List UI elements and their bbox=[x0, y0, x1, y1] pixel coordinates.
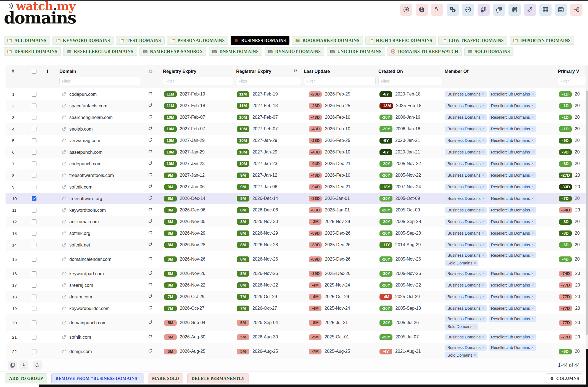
remove-tag-icon[interactable]: × bbox=[532, 316, 534, 321]
row-checkbox[interactable] bbox=[32, 104, 36, 108]
row-refresh-icon[interactable] bbox=[141, 207, 160, 213]
domain-link[interactable]: keywordtools.com bbox=[57, 208, 141, 213]
remove-tag-icon[interactable]: × bbox=[532, 126, 534, 131]
domain-link[interactable]: domaincalendar.com bbox=[57, 257, 141, 262]
row-checkbox[interactable] bbox=[32, 349, 36, 354]
tab-resellerclub-domains[interactable]: RESELLERCLUB DOMAINS bbox=[63, 47, 137, 56]
settings-gears-icon[interactable] bbox=[447, 4, 459, 16]
remove-tag-icon[interactable]: × bbox=[482, 196, 484, 201]
remove-tag-icon[interactable]: × bbox=[482, 92, 484, 97]
domain-link[interactable]: searchenginelab.com bbox=[57, 115, 141, 120]
remove-tag-icon[interactable]: × bbox=[474, 261, 476, 266]
domain-link[interactable]: dnmgr.com bbox=[57, 349, 141, 354]
remove-from-business-domains--button[interactable]: REMOVE FROM "BUSINESS DOMAINS" bbox=[51, 373, 144, 383]
created-on-filter-input[interactable] bbox=[378, 77, 442, 85]
domain-link[interactable]: verwamag.com bbox=[57, 138, 141, 143]
row-refresh-icon[interactable] bbox=[141, 103, 160, 109]
row-checkbox[interactable] bbox=[32, 219, 36, 224]
row-refresh-icon[interactable] bbox=[141, 256, 160, 263]
row-refresh-icon[interactable] bbox=[141, 348, 160, 355]
tab-business-domains[interactable]: BUSINESS DOMAINS bbox=[231, 36, 289, 45]
domain-filter-input[interactable] bbox=[59, 77, 141, 85]
row-checkbox[interactable] bbox=[32, 283, 36, 288]
download-icon[interactable] bbox=[19, 361, 28, 370]
remove-tag-icon[interactable]: × bbox=[482, 150, 484, 155]
row-refresh-icon[interactable] bbox=[141, 219, 160, 225]
remove-tag-icon[interactable]: × bbox=[482, 219, 484, 224]
row-checkbox[interactable] bbox=[32, 161, 36, 166]
remove-tag-icon[interactable]: × bbox=[482, 294, 484, 299]
row-checkbox[interactable] bbox=[32, 115, 36, 120]
row-refresh-icon[interactable] bbox=[141, 184, 160, 190]
tools-icon[interactable] bbox=[524, 4, 536, 16]
remove-tag-icon[interactable]: × bbox=[532, 92, 534, 97]
row-checkbox[interactable] bbox=[32, 173, 36, 178]
row-refresh-icon[interactable] bbox=[141, 305, 160, 312]
domain-link[interactable]: seolab.com bbox=[57, 126, 141, 132]
row-refresh-icon[interactable] bbox=[141, 320, 160, 326]
add-icon[interactable] bbox=[400, 4, 412, 16]
delete-permanently-button[interactable]: DELETE PERMANENTLY bbox=[187, 373, 249, 383]
col-header-registry-expiry[interactable]: Registry Expiry bbox=[160, 69, 233, 74]
remove-tag-icon[interactable]: × bbox=[482, 138, 484, 143]
tab-high-traffic-domains[interactable]: HIGH TRAFFIC DOMAINS bbox=[365, 36, 436, 45]
domain-link[interactable]: sofnik.com bbox=[57, 335, 141, 340]
row-checkbox[interactable] bbox=[32, 138, 36, 143]
row-checkbox[interactable] bbox=[32, 127, 36, 131]
tab-low-traffic-domains[interactable]: LOW TRAFFIC DOMAINS bbox=[438, 36, 507, 45]
tab-domains-to-keep-watch[interactable]: DOMAINS TO KEEP WATCH bbox=[387, 47, 462, 56]
remove-tag-icon[interactable]: × bbox=[474, 353, 476, 358]
col-header-primary[interactable]: Primary V bbox=[555, 69, 588, 74]
last-update-filter-input[interactable] bbox=[304, 77, 376, 85]
remove-tag-icon[interactable]: × bbox=[532, 208, 534, 213]
remove-tag-icon[interactable]: × bbox=[532, 345, 534, 350]
remove-tag-icon[interactable]: × bbox=[532, 173, 534, 178]
col-header-domain[interactable]: Domain bbox=[57, 69, 141, 74]
domain-link[interactable]: domainpunch.com bbox=[57, 320, 141, 325]
row-refresh-icon[interactable] bbox=[141, 242, 160, 248]
domain-link[interactable]: spacefunfacts.com bbox=[57, 103, 141, 108]
remove-tag-icon[interactable]: × bbox=[532, 196, 534, 201]
domain-link[interactable]: freesoftware.org bbox=[57, 196, 141, 201]
notes-icon[interactable] bbox=[508, 4, 521, 16]
column-settings-gear-icon[interactable] bbox=[141, 69, 160, 74]
add-to-group-button[interactable]: ADD TO GROUP bbox=[5, 373, 47, 383]
remove-tag-icon[interactable]: × bbox=[482, 231, 484, 236]
domain-link[interactable]: codepun.com bbox=[57, 92, 141, 97]
inspect-icon[interactable] bbox=[431, 4, 443, 16]
remove-tag-icon[interactable]: × bbox=[474, 324, 476, 329]
logout-icon[interactable] bbox=[570, 4, 582, 16]
remove-tag-icon[interactable]: × bbox=[482, 242, 484, 247]
domain-link[interactable]: codepunch.com bbox=[57, 161, 141, 166]
row-checkbox[interactable] bbox=[32, 196, 36, 201]
domain-link[interactable]: keywordbuilder.com bbox=[57, 306, 141, 311]
tab-desired-domains[interactable]: DESIRED DOMAINS bbox=[4, 47, 61, 56]
globe-export-icon[interactable] bbox=[416, 4, 428, 16]
mark-sold-button[interactable]: MARK SOLD bbox=[148, 373, 183, 383]
domain-link[interactable]: assetpunch.com bbox=[57, 150, 141, 155]
remove-tag-icon[interactable]: × bbox=[532, 103, 534, 108]
remove-tag-icon[interactable]: × bbox=[482, 184, 484, 189]
globe-settings-icon[interactable] bbox=[478, 4, 490, 16]
row-refresh-icon[interactable] bbox=[141, 294, 160, 300]
registry-expiry-filter-input[interactable] bbox=[163, 77, 233, 85]
remove-tag-icon[interactable]: × bbox=[482, 161, 484, 166]
remove-tag-icon[interactable]: × bbox=[532, 335, 534, 340]
row-refresh-icon[interactable] bbox=[141, 137, 160, 144]
columns-button[interactable]: COLUMNS bbox=[546, 373, 583, 383]
tab-bookmarked-domains[interactable]: BOOKMARKED DOMAINS bbox=[292, 36, 363, 45]
domain-link[interactable]: softnik.com bbox=[57, 184, 141, 190]
row-refresh-icon[interactable] bbox=[141, 114, 160, 121]
remove-tag-icon[interactable]: × bbox=[532, 138, 534, 143]
remove-tag-icon[interactable]: × bbox=[482, 345, 484, 350]
remove-tag-icon[interactable]: × bbox=[482, 271, 484, 276]
tab-test-domains[interactable]: TEST DOMAINS bbox=[116, 36, 164, 45]
remove-tag-icon[interactable]: × bbox=[532, 294, 534, 299]
tab-all-domains[interactable]: ALL DOMAINS bbox=[4, 36, 50, 45]
remove-tag-icon[interactable]: × bbox=[482, 126, 484, 131]
remove-tag-icon[interactable]: × bbox=[532, 184, 534, 189]
remove-tag-icon[interactable]: × bbox=[532, 219, 534, 224]
row-refresh-icon[interactable] bbox=[141, 161, 160, 167]
remove-tag-icon[interactable]: × bbox=[482, 335, 484, 340]
row-refresh-icon[interactable] bbox=[141, 282, 160, 288]
